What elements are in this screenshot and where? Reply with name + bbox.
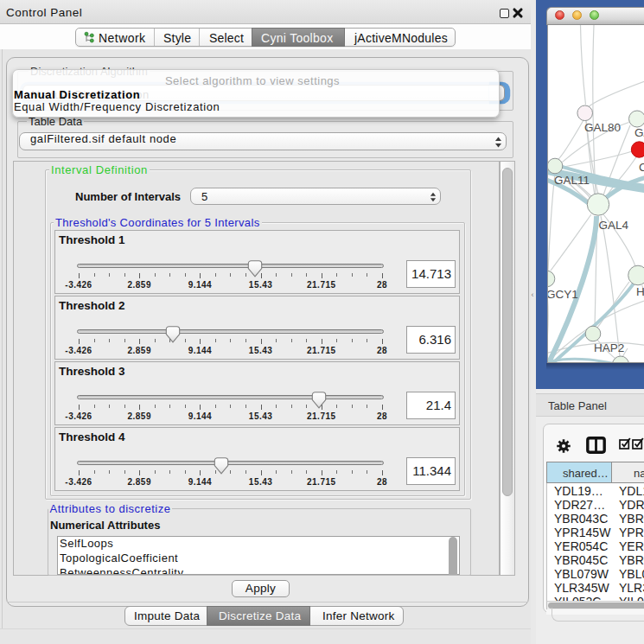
svg-text:GAL11: GAL11	[554, 173, 590, 186]
svg-text:GA: GA	[634, 125, 644, 138]
svg-text:GCY1: GCY1	[548, 287, 578, 300]
svg-text:HAP2: HAP2	[594, 341, 624, 354]
svg-text:C: C	[639, 161, 644, 174]
svg-text:GAL80: GAL80	[584, 120, 621, 133]
svg-text:GAL4: GAL4	[598, 218, 628, 231]
svg-text:H: H	[636, 285, 644, 298]
